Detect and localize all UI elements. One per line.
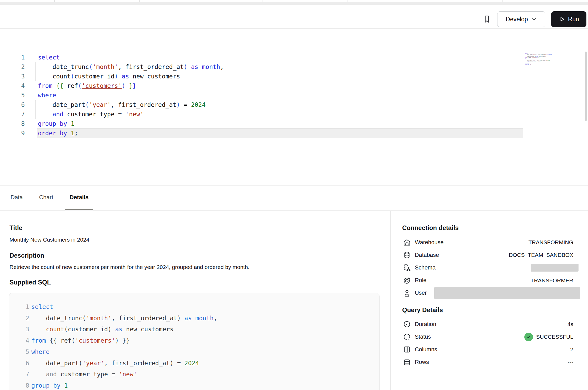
row-database: DatabaseDOCS_TEAM_SANDBOX (391, 249, 588, 261)
row-schema: Schema (391, 261, 588, 274)
result-tabs: DataChartDetails (0, 185, 588, 211)
row-label: Rows (415, 359, 429, 366)
details-side-panel: Connection details WarehouseTRANSFORMING… (390, 211, 588, 390)
clock-icon (403, 320, 411, 328)
develop-label: Develop (506, 16, 528, 23)
window-tab-divider (347, 0, 347, 2)
chevron-down-icon (531, 16, 537, 22)
tab-details[interactable]: Details (65, 186, 93, 210)
query-details-heading: Query Details (402, 306, 443, 314)
row-value (531, 264, 573, 272)
connection-details-heading: Connection details (402, 224, 459, 232)
status-badge-text: SUCCESSFUL (536, 334, 573, 340)
row-value: 4s (567, 321, 573, 327)
schema-icon (403, 264, 411, 272)
row-label: Duration (415, 321, 436, 328)
tab-data[interactable]: Data (6, 186, 27, 210)
code-line: 5where (0, 91, 224, 100)
database-icon (403, 251, 411, 259)
window-tab-divider (54, 0, 55, 2)
app-canvas: { "chrome": { "develop_label": "Develop"… (0, 0, 588, 390)
row-value: --- (568, 359, 573, 366)
line-number: 4 (9, 335, 29, 346)
line-number: 6 (9, 358, 29, 369)
row-label: Role (415, 277, 426, 284)
code-line: 2 date_trunc('month', first_ordered_at) … (9, 313, 379, 324)
line-number: 2 (9, 313, 29, 324)
line-number: 3 (0, 72, 25, 81)
play-icon (559, 16, 565, 23)
line-number: 5 (9, 346, 29, 358)
line-number: 6 (0, 100, 25, 109)
code-line: 1select (0, 53, 224, 62)
line-number: 3 (9, 324, 29, 335)
row-role: RoleTRANSFORMER (391, 274, 588, 287)
bookmark-button[interactable] (482, 13, 492, 25)
code-line: 5where (9, 346, 379, 358)
row-status: StatusSUCCESSFUL (391, 331, 588, 343)
code-line: 6 date_part('year', first_ordered_at) = … (0, 100, 224, 109)
row-value (434, 287, 573, 299)
title-value: Monthly New Customers in 2024 (9, 237, 89, 243)
user-icon (403, 289, 411, 297)
line-number: 7 (9, 369, 29, 380)
bookmark-icon (482, 13, 491, 25)
row-label: Schema (415, 264, 436, 271)
code-line: 2 date_trunc('month', first_ordered_at) … (0, 62, 224, 72)
row-label: User (415, 290, 427, 296)
code-line: 7 and customer_type = 'new' (9, 369, 379, 380)
code-line: 8group by 1 (9, 380, 379, 390)
window-tab-strip (0, 0, 588, 2)
line-number: 8 (9, 380, 29, 390)
code-line: 9order by 1; (0, 128, 224, 138)
redacted-value (531, 264, 579, 272)
tab-chart[interactable]: Chart (34, 186, 58, 210)
row-value: DOCS_TEAM_SANDBOX (509, 252, 573, 258)
line-number: 1 (0, 53, 25, 62)
code-line: 7 and customer_type = 'new' (0, 109, 224, 119)
row-duration: Duration4s (391, 318, 588, 331)
editor-code: 1select2 date_trunc('month', first_order… (0, 53, 224, 138)
code-line: 3 count(customer_id) as new_customers (0, 72, 224, 81)
editor-minimap[interactable]: select date_trunc('month', first_ordered… (525, 53, 553, 67)
window-tab-divider (139, 0, 139, 2)
query-details-rows: Duration4sStatusSUCCESSFULColumns2Rows--… (391, 318, 588, 369)
row-value: TRANSFORMING (529, 239, 573, 246)
code-line: 3 count(customer_id) as new_customers (9, 324, 379, 335)
develop-menu-button[interactable]: Develop (497, 11, 545, 27)
toolbar: Develop Run (0, 5, 588, 29)
role-icon (403, 277, 411, 284)
row-label: Columns (415, 346, 437, 353)
row-warehouse: WarehouseTRANSFORMING (391, 236, 588, 249)
description-heading: Description (9, 252, 44, 259)
supplied-sql-box: 1select2 date_trunc('month', first_order… (9, 293, 380, 390)
row-label: Status (415, 334, 431, 340)
success-check-icon (524, 333, 533, 341)
row-value: 2 (570, 346, 573, 353)
row-columns: Columns2 (391, 343, 588, 356)
title-heading: Title (9, 224, 22, 232)
redacted-value (434, 287, 580, 299)
line-number: 8 (0, 119, 25, 128)
editor-scrollbar-thumb[interactable] (585, 52, 587, 121)
warehouse-icon (403, 238, 411, 246)
rows-icon (403, 358, 411, 366)
row-value: TRANSFORMER (531, 277, 573, 284)
connection-rows: WarehouseTRANSFORMINGDatabaseDOCS_TEAM_S… (391, 236, 588, 299)
tab-strip-shadow (0, 2, 588, 5)
status-icon (403, 333, 411, 341)
window-tab-divider (262, 0, 262, 2)
row-label: Database (415, 252, 439, 258)
sql-editor[interactable]: 1select2 date_trunc('month', first_order… (0, 29, 588, 185)
code-line: 8group by 1 (0, 119, 224, 128)
supplied-sql-heading: Supplied SQL (9, 279, 51, 286)
row-value: SUCCESSFUL (524, 333, 573, 341)
minimap-content: select date_trunc('month', first_ordered… (525, 53, 553, 65)
code-line: 4from {{ ref('customers') }} (0, 81, 224, 91)
run-label: Run (568, 16, 579, 23)
line-number: 1 (9, 301, 29, 313)
line-number: 7 (0, 109, 25, 119)
run-button[interactable]: Run (551, 11, 586, 27)
columns-icon (403, 346, 411, 353)
window-tab-divider (502, 0, 502, 2)
